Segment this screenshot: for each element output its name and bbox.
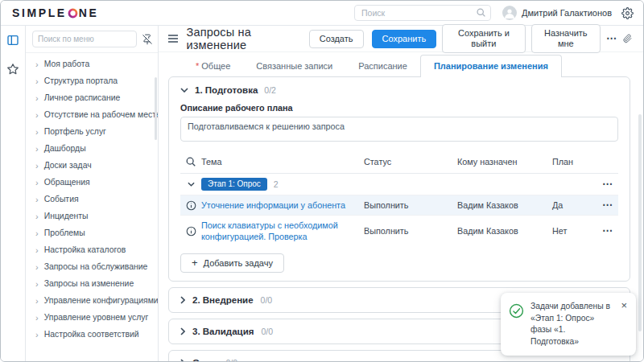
global-search-input[interactable]: [354, 5, 491, 21]
tab-svyazannye-zapisi[interactable]: Связанные записи: [243, 56, 345, 76]
chevron-right-icon: [180, 359, 185, 361]
save-exit-button[interactable]: Сохранить и выйти: [442, 24, 525, 53]
app-window: SIMPLE NE Дмитрий Галактионов: [0, 0, 644, 362]
stage-task-count: 2: [274, 179, 279, 189]
phase-1-header[interactable]: 1. Подготовка 0/2: [180, 84, 618, 97]
chevron-down-icon: [180, 88, 188, 93]
favorites-star-icon[interactable]: [6, 63, 19, 76]
sidebar-item-intsidenty[interactable]: ›Инциденты: [26, 208, 158, 224]
assign-me-button[interactable]: Назначить мне: [531, 24, 601, 53]
global-search: [354, 5, 491, 21]
sidebar-item-label: Отсутствие на рабочем месте: [44, 109, 158, 120]
chevron-right-icon: ›: [35, 195, 39, 204]
sidebar-item-sobytiya[interactable]: ›События: [26, 191, 158, 208]
sidebar-item-otsutstvie[interactable]: ›Отсутствие на рабочем месте: [26, 106, 158, 123]
chevron-right-icon: ›: [35, 94, 39, 102]
column-plan: План: [552, 157, 597, 167]
chevron-right-icon: ›: [35, 111, 39, 119]
description-label: Описание рабочего плана: [180, 103, 618, 113]
task-more-icon[interactable]: ⋯: [602, 201, 613, 209]
paperclip-icon[interactable]: [623, 33, 632, 44]
task-row: Поиск клавиатуры с необходимой конфигура…: [180, 215, 618, 246]
sidebar-item-upravlenie-urovnem[interactable]: ›Управление уровнем услуг: [26, 309, 158, 326]
task-subject-link[interactable]: Уточнение информации у абонента: [201, 200, 364, 211]
sidebar-item-moya-rabota[interactable]: ›Моя работа: [26, 56, 158, 72]
task-table: Тема Статус Кому назначен План Этап 1:: [180, 154, 618, 246]
logo-ring-icon: [68, 8, 78, 19]
chevron-right-icon: ›: [35, 280, 39, 288]
table-search-icon[interactable]: [185, 156, 196, 167]
user-name: Дмитрий Галактионов: [522, 8, 612, 18]
sidebar-item-label: Настройка соответствий: [44, 329, 139, 339]
simpleone-logo: SIMPLE NE: [12, 6, 98, 19]
chevron-right-icon: ›: [35, 162, 39, 170]
menu-search-input[interactable]: [32, 31, 137, 47]
column-assignee: Кому назначен: [457, 157, 552, 167]
sidebar-item-struktura-portala[interactable]: ›Структура портала: [26, 72, 158, 89]
toast-close-icon[interactable]: ×: [619, 301, 629, 311]
task-status: Выполнить: [364, 226, 457, 236]
chevron-right-icon: ›: [35, 246, 39, 254]
chevron-right-icon: ›: [35, 297, 39, 305]
sidebar-item-label: Моя работа: [44, 59, 90, 69]
work-plan-description-field[interactable]: Подготавливаемся к решению запроса: [180, 117, 618, 142]
user-menu[interactable]: Дмитрий Галактионов: [502, 6, 612, 20]
chevron-right-icon: ›: [35, 128, 39, 136]
sidebar-scrollbar[interactable]: [155, 77, 157, 140]
sidebar-toggle-icon[interactable]: [6, 34, 19, 47]
more-actions-icon[interactable]: ⋯: [606, 35, 617, 43]
phase-count: 0/0: [225, 358, 237, 361]
sidebar-item-doski-zadach[interactable]: ›Доски задач: [26, 157, 158, 174]
sidebar-item-lichnoe-raspisanie[interactable]: ›Личное расписание: [26, 89, 158, 106]
phase-title: 2. Внедрение: [192, 295, 254, 305]
chevron-down-icon[interactable]: [188, 182, 195, 187]
chevron-right-icon: ›: [35, 331, 39, 339]
stage-more-icon[interactable]: ⋯: [602, 180, 613, 188]
sidebar-item-portfel-uslug[interactable]: ›Портфель услуг: [26, 123, 158, 140]
add-task-button[interactable]: + Добавить задачу: [180, 253, 284, 273]
save-button[interactable]: Сохранить: [372, 30, 437, 48]
sidebar-item-obrashcheniya[interactable]: ›Обращения: [26, 174, 158, 191]
tab-label: Связанные записи: [256, 61, 332, 71]
info-icon[interactable]: [186, 200, 196, 211]
check-circle-icon: [509, 303, 524, 319]
info-icon[interactable]: [186, 226, 196, 237]
stage-badge: Этап 1: Опрос: [201, 178, 267, 191]
pin-off-icon[interactable]: [142, 34, 153, 45]
sidebar-item-problemy[interactable]: ›Проблемы: [26, 224, 158, 241]
task-plan: Нет: [552, 226, 597, 236]
sidebar-item-label: Портфель услуг: [44, 126, 106, 137]
sidebar-item-label: Запросы на изменение: [44, 278, 134, 289]
icon-rail: [1, 26, 26, 361]
settings-gear-icon[interactable]: [621, 7, 634, 19]
tab-planirovanie-izmeneniya[interactable]: Планирование изменения: [420, 55, 562, 77]
task-subject-link[interactable]: Поиск клавиатуры с необходимой конфигура…: [201, 220, 364, 242]
create-button[interactable]: Создать: [309, 30, 364, 48]
sidebar-item-label: Дашборды: [44, 143, 86, 154]
task-table-header: Тема Статус Кому назначен План: [180, 154, 618, 174]
tab-label: Общее: [201, 61, 230, 71]
task-plan: Да: [552, 200, 597, 210]
chevron-right-icon: ›: [35, 314, 39, 322]
sidebar-item-dashbordy[interactable]: ›Дашборды: [26, 140, 158, 157]
record-tabs: *Общее Связанные записи Расписание Плани…: [159, 52, 643, 76]
tab-raspisanie[interactable]: Расписание: [345, 56, 420, 76]
record-toolbar: Запросы на изменение Создать Сохранить С…: [159, 26, 643, 52]
menu-search: [26, 26, 158, 53]
sidebar-item-nastroyka-sootvetstviy[interactable]: ›Настройка соответствий: [26, 326, 158, 343]
phase-title: Откат: [192, 358, 218, 361]
page-title: Запросы на изменение: [186, 26, 300, 51]
tab-obshchee[interactable]: *Общее: [183, 56, 243, 76]
logo-text-pre: SIMPLE: [12, 6, 67, 19]
sidebar-item-zaprosy-obsluzhivanie[interactable]: ›Запросы на обслуживание: [26, 258, 158, 275]
sidebar-item-zaprosy-izmenenie[interactable]: ›Запросы на изменение: [26, 275, 158, 292]
sidebar-item-upravlenie-konfiguratsiyami[interactable]: ›Управление конфигурациями: [26, 292, 158, 309]
phase-1-card: 1. Подготовка 0/2 Описание рабочего план…: [168, 76, 630, 282]
sidebar-item-label: Доски задач: [44, 160, 92, 171]
task-more-icon[interactable]: ⋯: [602, 227, 613, 235]
toast-message: Задачи добавлены в «Этап 1: Опрос» фазы …: [530, 301, 613, 348]
task-assignee: Вадим Казаков: [457, 200, 552, 210]
sidebar-item-nastroyka-katalogov[interactable]: ›Настройка каталогов: [26, 241, 158, 258]
chevron-right-icon: ›: [35, 229, 39, 237]
hamburger-menu-icon[interactable]: [168, 34, 178, 43]
